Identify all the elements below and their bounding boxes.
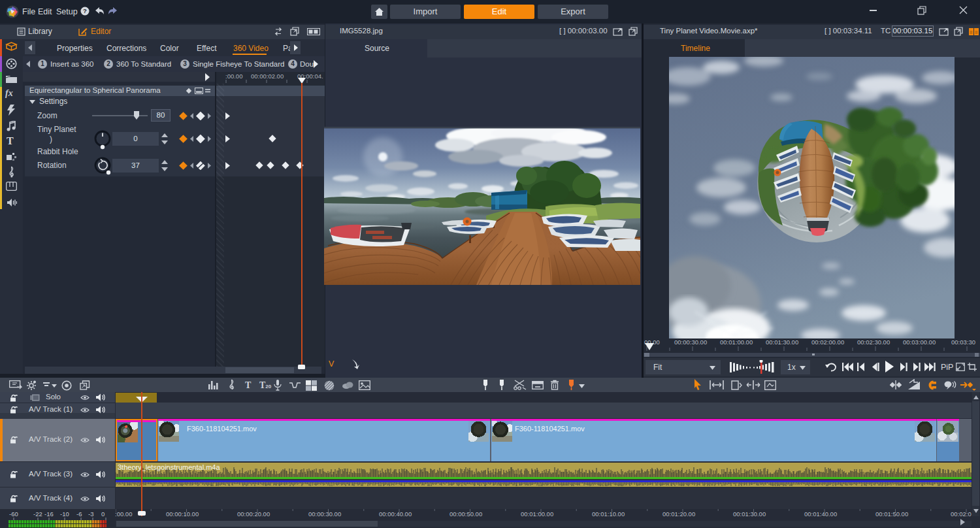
svg-text:?: ? bbox=[83, 7, 87, 14]
